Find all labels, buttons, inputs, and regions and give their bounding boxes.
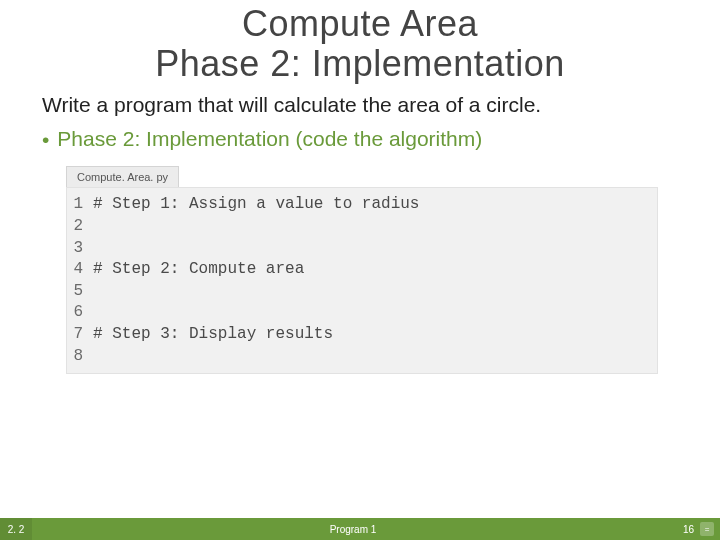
footer-program-label: Program 1 — [32, 524, 674, 535]
code-line: 4# Step 2: Compute area — [67, 259, 657, 281]
footer-bar: 2. 2 Program 1 16 = — [0, 518, 720, 540]
cc-badge-icon: = — [700, 522, 714, 536]
footer-right: 16 = — [674, 522, 720, 536]
line-number: 3 — [67, 238, 93, 260]
footer-section-number: 2. 2 — [0, 518, 32, 540]
line-number: 1 — [67, 194, 93, 216]
code-line: 6 — [67, 302, 657, 324]
line-number: 2 — [67, 216, 93, 238]
code-line: 5 — [67, 281, 657, 303]
code-line: 3 — [67, 238, 657, 260]
footer-page-number: 16 — [683, 524, 694, 535]
code-text: # Step 1: Assign a value to radius — [93, 194, 419, 216]
code-text: # Step 2: Compute area — [93, 259, 304, 281]
code-line: 1# Step 1: Assign a value to radius — [67, 194, 657, 216]
title-line-2: Phase 2: Implementation — [0, 44, 720, 84]
slide-body: Write a program that will calculate the … — [0, 83, 720, 374]
title-line-1: Compute Area — [0, 4, 720, 44]
code-line: 7# Step 3: Display results — [67, 324, 657, 346]
lead-text: Write a program that will calculate the … — [42, 93, 678, 117]
slide-title: Compute Area Phase 2: Implementation — [0, 4, 720, 83]
code-box: 1# Step 1: Assign a value to radius 2 3 … — [66, 187, 658, 374]
bullet-icon: • — [42, 127, 49, 152]
line-number: 5 — [67, 281, 93, 303]
file-tab: Compute. Area. py — [66, 166, 179, 187]
line-number: 6 — [67, 302, 93, 324]
code-text: # Step 3: Display results — [93, 324, 333, 346]
line-number: 7 — [67, 324, 93, 346]
line-number: 4 — [67, 259, 93, 281]
line-number: 8 — [67, 346, 93, 368]
code-line: 8 — [67, 346, 657, 368]
code-line: 2 — [67, 216, 657, 238]
bullet-text: Phase 2: Implementation (code the algori… — [57, 127, 482, 151]
code-file: Compute. Area. py 1# Step 1: Assign a va… — [66, 166, 658, 374]
bullet-item: • Phase 2: Implementation (code the algo… — [42, 127, 678, 152]
slide: Compute Area Phase 2: Implementation Wri… — [0, 0, 720, 540]
